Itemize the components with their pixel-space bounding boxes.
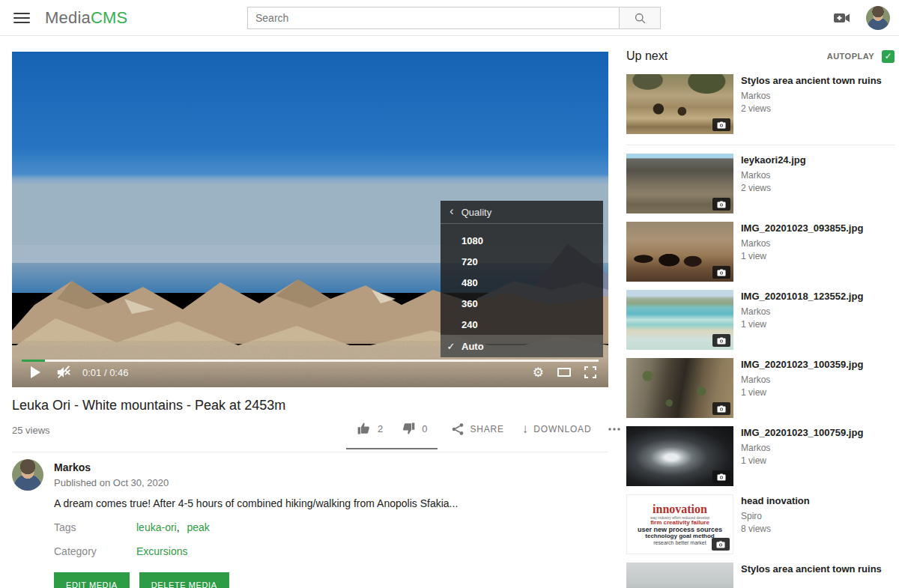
tags-row: Tags leuka-ori, peak	[54, 521, 210, 533]
autoplay-checkbox[interactable]: ✓	[882, 50, 895, 63]
item-title[interactable]: leykaori24.jpg	[741, 154, 806, 166]
play-button[interactable]	[31, 366, 40, 378]
item-views: 1 view	[741, 387, 863, 398]
item-title[interactable]: IMG_20201018_123552.jpg	[741, 291, 863, 303]
quality-option-360[interactable]: 360	[441, 293, 603, 314]
player-controls: 0:01 / 0:46 ⚙	[12, 357, 608, 387]
video-player[interactable]: ‹ Quality 1080 720 480 360 240 ✓ Auto 0:…	[12, 52, 608, 387]
quality-menu-back[interactable]: ‹ Quality	[441, 201, 603, 224]
item-views: 1 view	[741, 455, 863, 466]
thumb-down-icon	[401, 421, 416, 436]
dislike-count: 0	[422, 423, 427, 434]
list-item[interactable]: IMG_20201023_100759.jpg Markos 1 view	[626, 426, 895, 486]
more-dots-icon	[608, 427, 621, 431]
camera-icon	[717, 473, 726, 481]
tag-link-leuka-ori[interactable]: leuka-ori	[136, 521, 177, 533]
quality-menu: ‹ Quality 1080 720 480 360 240 ✓ Auto	[441, 201, 603, 357]
thumbnail-leykaori24[interactable]	[626, 154, 733, 213]
list-item[interactable]: IMG_20201023_093855.jpg Markos 1 view	[626, 222, 895, 282]
search-button[interactable]	[619, 7, 661, 29]
item-views: 2 views	[741, 183, 806, 193]
thumbnail-img-100359[interactable]	[626, 358, 733, 418]
thumb-up-icon	[357, 421, 372, 436]
download-arrow-icon: ↓	[522, 422, 529, 437]
user-avatar[interactable]	[866, 6, 890, 30]
quality-option-240[interactable]: 240	[441, 314, 603, 335]
wordcloud-text: innovation	[653, 503, 707, 515]
top-bar: MediaCMS	[0, 0, 899, 36]
item-author: Markos	[741, 443, 863, 453]
author-name[interactable]: Markos	[54, 461, 169, 473]
list-item[interactable]: IMG_20201018_123552.jpg Markos 1 view	[626, 290, 895, 350]
up-next-sidebar: Up next AUTOPLAY ✓ Stylos area ancient t…	[626, 46, 895, 588]
author-section: Markos Published on Oct 30, 2020	[12, 452, 608, 491]
list-item[interactable]: Stylos area ancient town ruins Markos 2 …	[626, 74, 895, 134]
progress-bar[interactable]	[22, 360, 599, 362]
author-avatar[interactable]	[12, 459, 43, 491]
item-author: Spiro	[741, 511, 810, 521]
share-icon	[451, 422, 464, 436]
settings-button[interactable]: ⚙	[533, 366, 544, 379]
category-label: Category	[54, 545, 136, 557]
quality-option-480[interactable]: 480	[441, 272, 603, 293]
back-chevron-icon: ‹	[450, 204, 454, 219]
thumbnail-img-100759[interactable]	[626, 426, 733, 486]
thumbnail-img-093855[interactable]	[626, 222, 733, 282]
like-dislike-group: 2 0	[346, 416, 438, 449]
item-views: 1 view	[741, 319, 863, 330]
time-display: 0:01 / 0:46	[82, 367, 128, 378]
thumbnail-word-cloud[interactable]: innovation way industry effort reduced d…	[626, 494, 733, 554]
camera-icon	[717, 405, 726, 413]
download-label: DOWNLOAD	[533, 424, 591, 434]
item-views: 8 views	[741, 524, 810, 534]
list-item[interactable]: innovation way industry effort reduced d…	[626, 494, 895, 554]
thumbnail-stylos-ruins[interactable]	[626, 74, 733, 134]
quality-option-1080[interactable]: 1080	[441, 230, 603, 251]
up-next-heading: Up next	[626, 49, 668, 63]
list-item[interactable]: Stylos area ancient town ruins	[626, 563, 895, 588]
camera-icon	[717, 269, 726, 276]
quality-option-auto-selected[interactable]: ✓ Auto	[441, 335, 603, 357]
item-title[interactable]: IMG_20201023_100759.jpg	[741, 427, 863, 439]
sidebar-divider	[626, 145, 895, 145]
tag-link-peak[interactable]: peak	[187, 521, 209, 533]
list-item[interactable]: leykaori24.jpg Markos 2 views	[626, 154, 895, 213]
item-title[interactable]: IMG_20201023_093855.jpg	[741, 222, 863, 234]
like-button[interactable]: 2	[357, 421, 383, 436]
logo-media-text: Media	[45, 8, 91, 27]
delete-media-button[interactable]: DELETE MEDIA	[139, 572, 229, 588]
thumbnail-stylos-ruins-2[interactable]	[626, 563, 733, 588]
video-title: Leuka Ori - White mountains - Peak at 24…	[12, 398, 596, 413]
upload-media-button[interactable]	[833, 10, 851, 28]
search-input[interactable]	[247, 7, 619, 29]
category-link[interactable]: Excursions	[136, 545, 187, 557]
logo[interactable]: MediaCMS	[45, 8, 127, 28]
category-row: Category Excursions	[54, 545, 187, 557]
thumbnail-img-123552[interactable]	[626, 290, 733, 350]
more-options-button[interactable]	[608, 427, 621, 439]
autoplay-label: AUTOPLAY	[827, 52, 874, 61]
camera-icon	[717, 121, 726, 129]
video-description: A dream comes true! After 4-5 hours of c…	[54, 497, 578, 509]
item-title[interactable]: IMG_20201023_100359.jpg	[741, 359, 863, 371]
dislike-button[interactable]: 0	[401, 421, 427, 436]
action-bar: 2 0 SHARE ↓ DOWNLOAD	[346, 416, 608, 449]
share-button[interactable]: SHARE	[451, 422, 503, 443]
item-title[interactable]: Stylos area ancient town ruins	[741, 563, 882, 575]
quality-option-720[interactable]: 720	[441, 251, 603, 272]
search-icon	[634, 12, 647, 25]
mute-button[interactable]	[55, 365, 72, 380]
tag-separator: ,	[177, 521, 180, 533]
item-author: Markos	[741, 91, 882, 101]
item-author: Markos	[741, 306, 863, 317]
list-item[interactable]: IMG_20201023_100359.jpg Markos 1 view	[626, 358, 895, 418]
item-title[interactable]: Stylos area ancient town ruins	[741, 75, 882, 87]
fullscreen-button[interactable]	[584, 366, 596, 378]
edit-media-button[interactable]: EDIT MEDIA	[54, 572, 130, 588]
menu-icon[interactable]	[13, 13, 30, 23]
item-title[interactable]: head inovation	[741, 495, 810, 507]
theater-mode-button[interactable]	[557, 368, 571, 377]
download-button[interactable]: ↓ DOWNLOAD	[522, 422, 592, 444]
view-count: 25 views	[12, 425, 50, 436]
theater-mode-icon	[557, 368, 571, 377]
